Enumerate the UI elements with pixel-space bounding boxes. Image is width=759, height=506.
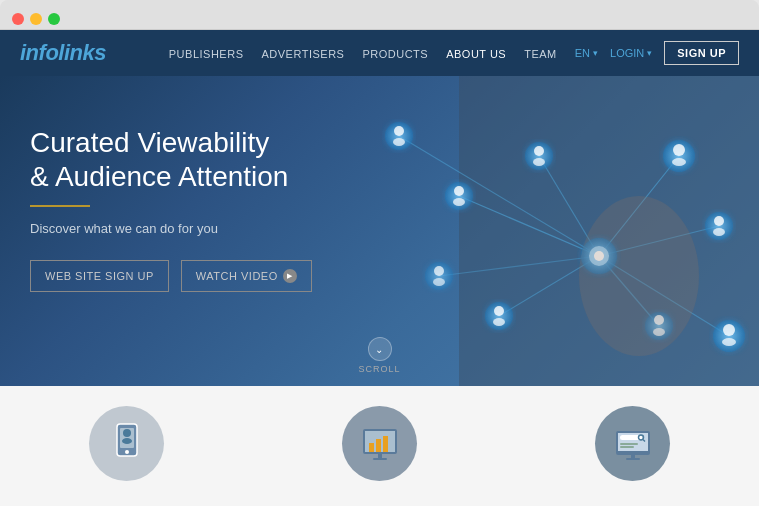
hero-title: Curated Viewability & Audience Attention — [30, 126, 370, 193]
svg-point-38 — [434, 266, 444, 276]
nav-right: EN LOGIN SIGN UP — [575, 41, 739, 65]
nav-item-advertisers[interactable]: ADVERTISERS — [261, 44, 344, 62]
svg-point-15 — [393, 138, 405, 146]
svg-point-26 — [673, 144, 685, 156]
minimize-button[interactable] — [30, 13, 42, 25]
svg-point-24 — [533, 158, 545, 166]
svg-point-27 — [672, 158, 686, 166]
hero-content: Curated Viewability & Audience Attention… — [30, 126, 370, 292]
svg-point-32 — [723, 324, 735, 336]
play-icon: ▶ — [283, 269, 297, 283]
hero-subtitle: Discover what we can do for you — [30, 221, 370, 236]
svg-point-17 — [454, 186, 464, 196]
svg-rect-51 — [378, 454, 382, 458]
svg-rect-50 — [383, 436, 388, 452]
nav-item-publishers[interactable]: PUBLISHERS — [169, 44, 244, 62]
scroll-label: SCROLL — [358, 364, 400, 374]
svg-point-18 — [453, 198, 465, 206]
svg-point-30 — [713, 228, 725, 236]
hero-buttons: WEB SITE SIGN UP WATCH VIDEO ▶ — [30, 260, 370, 292]
svg-point-40 — [579, 196, 699, 356]
svg-point-43 — [125, 450, 129, 454]
svg-point-45 — [122, 438, 132, 444]
feature-item-search — [533, 406, 733, 481]
login-button[interactable]: LOGIN — [610, 47, 652, 59]
feature-circle-chart — [342, 406, 417, 481]
svg-point-20 — [494, 306, 504, 316]
svg-point-14 — [394, 126, 404, 136]
signup-button[interactable]: SIGN UP — [664, 41, 739, 65]
website-signup-button[interactable]: WEB SITE SIGN UP — [30, 260, 169, 292]
svg-point-29 — [714, 216, 724, 226]
feature-item-mobile — [27, 406, 227, 481]
hero-section: Curated Viewability & Audience Attention… — [0, 76, 759, 386]
svg-rect-59 — [620, 446, 634, 448]
navbar: infolinks PUBLISHERS ADVERTISERS PRODUCT… — [0, 30, 759, 76]
svg-point-23 — [534, 146, 544, 156]
nav-item-about[interactable]: ABOUT US — [446, 44, 506, 62]
svg-point-21 — [493, 318, 505, 326]
feature-item-chart — [280, 406, 480, 481]
svg-rect-61 — [626, 458, 640, 460]
logo-text: infolinks — [20, 40, 106, 65]
language-selector[interactable]: EN — [575, 47, 598, 59]
svg-rect-49 — [376, 439, 381, 452]
svg-rect-60 — [631, 455, 635, 458]
close-button[interactable] — [12, 13, 24, 25]
svg-rect-48 — [369, 443, 374, 452]
svg-rect-52 — [373, 458, 387, 460]
feature-circle-mobile — [89, 406, 164, 481]
maximize-button[interactable] — [48, 13, 60, 25]
scroll-indicator[interactable]: ⌄ SCROLL — [358, 337, 400, 374]
hero-divider — [30, 205, 90, 207]
browser-chrome — [0, 0, 759, 30]
svg-point-44 — [123, 429, 131, 437]
logo[interactable]: infolinks — [20, 40, 106, 66]
hero-title-line2: & Audience Attention — [30, 161, 288, 192]
svg-rect-58 — [620, 443, 638, 445]
svg-point-39 — [433, 278, 445, 286]
hero-title-line1: Curated Viewability — [30, 127, 269, 158]
watch-video-button[interactable]: WATCH VIDEO ▶ — [181, 260, 312, 292]
watch-video-label: WATCH VIDEO — [196, 270, 278, 282]
features-section — [0, 386, 759, 506]
svg-point-33 — [722, 338, 736, 346]
website: infolinks PUBLISHERS ADVERTISERS PRODUCT… — [0, 30, 759, 506]
nav-links: PUBLISHERS ADVERTISERS PRODUCTS ABOUT US… — [169, 44, 557, 62]
feature-circle-search — [595, 406, 670, 481]
scroll-chevron[interactable]: ⌄ — [367, 337, 391, 361]
nav-item-team[interactable]: TEAM — [524, 44, 557, 62]
nav-item-products[interactable]: PRODUCTS — [362, 44, 428, 62]
